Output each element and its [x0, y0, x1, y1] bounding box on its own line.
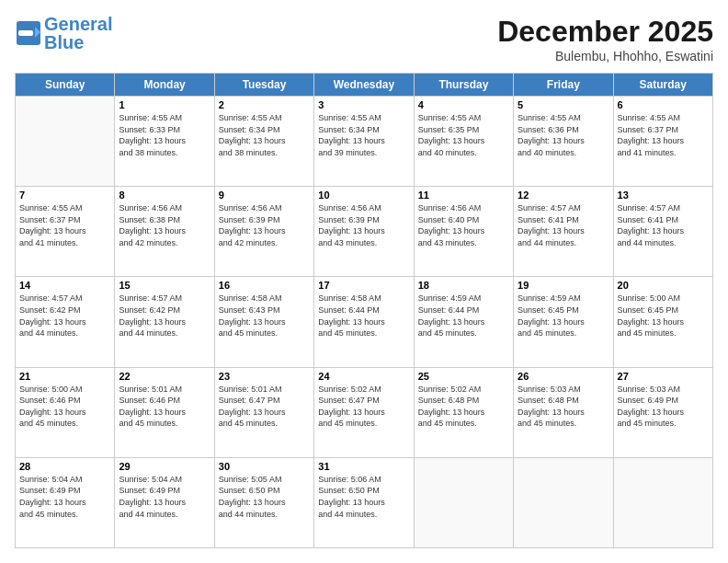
table-row: 30Sunrise: 5:05 AM Sunset: 6:50 PM Dayli…: [214, 457, 313, 547]
cell-info: Sunrise: 5:05 AM Sunset: 6:50 PM Dayligh…: [219, 474, 310, 520]
cell-info: Sunrise: 5:04 AM Sunset: 6:49 PM Dayligh…: [119, 474, 210, 520]
cell-info: Sunrise: 5:04 AM Sunset: 6:49 PM Dayligh…: [19, 474, 110, 520]
col-thursday: Thursday: [414, 74, 513, 97]
day-number: 28: [19, 461, 110, 472]
cell-info: Sunrise: 5:02 AM Sunset: 6:48 PM Dayligh…: [418, 384, 509, 430]
calendar-header-row: Sunday Monday Tuesday Wednesday Thursday…: [16, 74, 713, 97]
calendar-week-row: 1Sunrise: 4:55 AM Sunset: 6:33 PM Daylig…: [16, 97, 713, 187]
table-row: 7Sunrise: 4:55 AM Sunset: 6:37 PM Daylig…: [16, 187, 115, 277]
table-row: 26Sunrise: 5:03 AM Sunset: 6:48 PM Dayli…: [514, 367, 613, 457]
logo-text: GeneralBlue: [44, 15, 112, 52]
day-number: 3: [318, 99, 409, 110]
table-row: 21Sunrise: 5:00 AM Sunset: 6:46 PM Dayli…: [16, 367, 115, 457]
day-number: 29: [119, 461, 210, 472]
day-number: 20: [618, 280, 709, 291]
day-number: 8: [119, 190, 210, 201]
day-number: 30: [219, 461, 310, 472]
day-number: 12: [518, 190, 609, 201]
col-wednesday: Wednesday: [314, 74, 414, 97]
table-row: 31Sunrise: 5:06 AM Sunset: 6:50 PM Dayli…: [314, 457, 414, 547]
cell-info: Sunrise: 5:02 AM Sunset: 6:47 PM Dayligh…: [318, 384, 409, 430]
day-number: 23: [219, 371, 310, 382]
col-saturday: Saturday: [613, 74, 712, 97]
cell-info: Sunrise: 5:01 AM Sunset: 6:47 PM Dayligh…: [219, 384, 310, 430]
cell-info: Sunrise: 4:58 AM Sunset: 6:44 PM Dayligh…: [318, 293, 409, 339]
cell-info: Sunrise: 4:56 AM Sunset: 6:38 PM Dayligh…: [119, 202, 210, 248]
cell-info: Sunrise: 4:59 AM Sunset: 6:45 PM Dayligh…: [518, 293, 609, 339]
svg-rect-2: [18, 30, 33, 36]
cell-info: Sunrise: 4:55 AM Sunset: 6:34 PM Dayligh…: [219, 112, 310, 158]
day-number: 27: [618, 371, 709, 382]
cell-info: Sunrise: 4:57 AM Sunset: 6:41 PM Dayligh…: [518, 202, 609, 248]
cell-info: Sunrise: 5:01 AM Sunset: 6:46 PM Dayligh…: [119, 384, 210, 430]
table-row: 22Sunrise: 5:01 AM Sunset: 6:46 PM Dayli…: [115, 367, 214, 457]
cell-info: Sunrise: 5:06 AM Sunset: 6:50 PM Dayligh…: [318, 474, 409, 520]
table-row: [16, 97, 115, 187]
day-number: 16: [219, 280, 310, 291]
cell-info: Sunrise: 4:58 AM Sunset: 6:43 PM Dayligh…: [219, 293, 310, 339]
table-row: 18Sunrise: 4:59 AM Sunset: 6:44 PM Dayli…: [414, 277, 513, 367]
col-tuesday: Tuesday: [214, 74, 313, 97]
day-number: 1: [119, 99, 210, 110]
col-sunday: Sunday: [16, 74, 115, 97]
title-block: December 2025 Bulembu, Hhohho, Eswatini: [497, 15, 713, 63]
day-number: 25: [418, 371, 509, 382]
location-subtitle: Bulembu, Hhohho, Eswatini: [497, 49, 713, 63]
calendar-page: GeneralBlue December 2025 Bulembu, Hhohh…: [0, 0, 728, 563]
calendar-body: 1Sunrise: 4:55 AM Sunset: 6:33 PM Daylig…: [16, 97, 713, 548]
cell-info: Sunrise: 4:55 AM Sunset: 6:34 PM Dayligh…: [318, 112, 409, 158]
day-number: 24: [318, 371, 409, 382]
table-row: 23Sunrise: 5:01 AM Sunset: 6:47 PM Dayli…: [214, 367, 313, 457]
day-number: 22: [119, 371, 210, 382]
calendar-week-row: 14Sunrise: 4:57 AM Sunset: 6:42 PM Dayli…: [16, 277, 713, 367]
logo-blue: Blue: [44, 32, 84, 52]
day-number: 4: [418, 99, 509, 110]
table-row: 6Sunrise: 4:55 AM Sunset: 6:37 PM Daylig…: [613, 97, 712, 187]
day-number: 10: [318, 190, 409, 201]
day-number: 5: [518, 99, 609, 110]
table-row: 8Sunrise: 4:56 AM Sunset: 6:38 PM Daylig…: [115, 187, 214, 277]
day-number: 9: [219, 190, 310, 201]
cell-info: Sunrise: 4:55 AM Sunset: 6:37 PM Dayligh…: [19, 202, 110, 248]
table-row: 13Sunrise: 4:57 AM Sunset: 6:41 PM Dayli…: [613, 187, 712, 277]
day-number: 14: [19, 280, 110, 291]
table-row: 27Sunrise: 5:03 AM Sunset: 6:49 PM Dayli…: [613, 367, 712, 457]
table-row: 20Sunrise: 5:00 AM Sunset: 6:45 PM Dayli…: [613, 277, 712, 367]
day-number: 6: [618, 99, 709, 110]
calendar-week-row: 7Sunrise: 4:55 AM Sunset: 6:37 PM Daylig…: [16, 187, 713, 277]
cell-info: Sunrise: 4:57 AM Sunset: 6:42 PM Dayligh…: [19, 293, 110, 339]
header: GeneralBlue December 2025 Bulembu, Hhohh…: [15, 15, 713, 63]
calendar-table: Sunday Monday Tuesday Wednesday Thursday…: [15, 73, 713, 548]
col-friday: Friday: [514, 74, 613, 97]
logo-general: General: [44, 14, 112, 34]
day-number: 15: [119, 280, 210, 291]
cell-info: Sunrise: 5:03 AM Sunset: 6:48 PM Dayligh…: [518, 384, 609, 430]
table-row: 5Sunrise: 4:55 AM Sunset: 6:36 PM Daylig…: [514, 97, 613, 187]
table-row: 19Sunrise: 4:59 AM Sunset: 6:45 PM Dayli…: [514, 277, 613, 367]
table-row: 2Sunrise: 4:55 AM Sunset: 6:34 PM Daylig…: [214, 97, 313, 187]
table-row: 17Sunrise: 4:58 AM Sunset: 6:44 PM Dayli…: [314, 277, 414, 367]
cell-info: Sunrise: 4:55 AM Sunset: 6:35 PM Dayligh…: [418, 112, 509, 158]
day-number: 31: [318, 461, 409, 472]
table-row: 3Sunrise: 4:55 AM Sunset: 6:34 PM Daylig…: [314, 97, 414, 187]
cell-info: Sunrise: 4:57 AM Sunset: 6:41 PM Dayligh…: [618, 202, 709, 248]
day-number: 18: [418, 280, 509, 291]
cell-info: Sunrise: 4:55 AM Sunset: 6:36 PM Dayligh…: [518, 112, 609, 158]
cell-info: Sunrise: 5:00 AM Sunset: 6:45 PM Dayligh…: [618, 293, 709, 339]
day-number: 19: [518, 280, 609, 291]
cell-info: Sunrise: 4:59 AM Sunset: 6:44 PM Dayligh…: [418, 293, 509, 339]
day-number: 17: [318, 280, 409, 291]
table-row: 1Sunrise: 4:55 AM Sunset: 6:33 PM Daylig…: [115, 97, 214, 187]
table-row: 25Sunrise: 5:02 AM Sunset: 6:48 PM Dayli…: [414, 367, 513, 457]
table-row: 4Sunrise: 4:55 AM Sunset: 6:35 PM Daylig…: [414, 97, 513, 187]
table-row: [514, 457, 613, 547]
table-row: 11Sunrise: 4:56 AM Sunset: 6:40 PM Dayli…: [414, 187, 513, 277]
table-row: [613, 457, 712, 547]
cell-info: Sunrise: 4:55 AM Sunset: 6:37 PM Dayligh…: [618, 112, 709, 158]
logo: GeneralBlue: [15, 15, 112, 52]
day-number: 26: [518, 371, 609, 382]
table-row: 9Sunrise: 4:56 AM Sunset: 6:39 PM Daylig…: [214, 187, 313, 277]
day-number: 7: [19, 190, 110, 201]
table-row: 29Sunrise: 5:04 AM Sunset: 6:49 PM Dayli…: [115, 457, 214, 547]
day-number: 11: [418, 190, 509, 201]
